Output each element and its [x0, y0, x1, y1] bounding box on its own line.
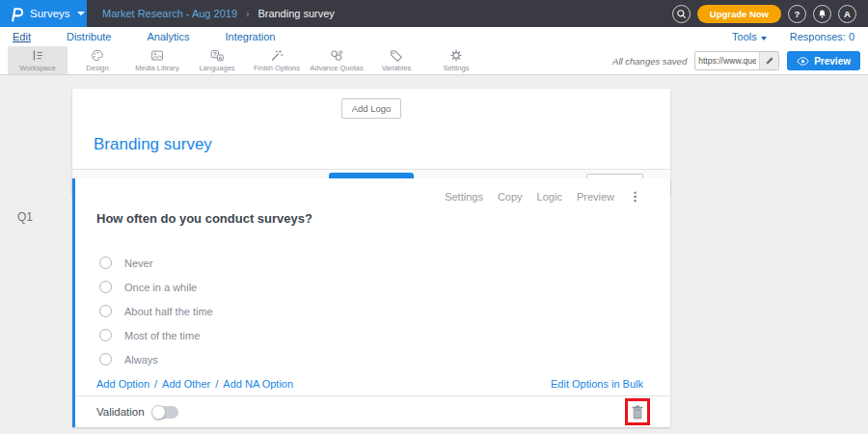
magic-wand-icon	[269, 48, 285, 63]
chain-links-icon	[329, 48, 344, 63]
validation-label: Validation	[96, 406, 145, 418]
survey-toolbar: Workspace Design Media Library Languages…	[0, 46, 868, 75]
toolbar-item-label: Workspace	[19, 64, 55, 72]
tab-integration[interactable]: Integration	[225, 31, 275, 42]
answer-option[interactable]: Never	[99, 251, 213, 275]
eye-icon	[797, 57, 809, 66]
add-other-link[interactable]: Add Other	[162, 378, 210, 390]
question-footer: Validation	[75, 395, 670, 427]
survey-title[interactable]: Branding survey	[94, 135, 670, 154]
radio-icon[interactable]	[99, 353, 112, 366]
link-separator: /	[215, 378, 218, 390]
kebab-menu-icon[interactable]: ⋮	[629, 192, 641, 202]
toolbar-item-label: Media Library	[135, 64, 178, 72]
tab-analytics[interactable]: Analytics	[147, 31, 189, 42]
toolbar-item-label: Finish Options	[254, 64, 300, 72]
toolbar-item-label: Languages	[199, 64, 234, 72]
radio-icon[interactable]	[99, 281, 112, 293]
toolbar-item-label: Advance Quotas	[310, 64, 363, 72]
validation-toggle[interactable]	[152, 406, 178, 419]
questionpro-logo-icon	[9, 6, 23, 22]
question-card: Settings Copy Logic Preview ⋮ How often …	[72, 178, 670, 427]
radio-icon[interactable]	[99, 305, 112, 317]
image-icon	[149, 48, 165, 63]
radio-icon[interactable]	[99, 329, 112, 341]
toolbar-item-label: Variables	[382, 64, 412, 72]
question-preview-link[interactable]: Preview	[577, 191, 614, 203]
add-option-link[interactable]: Add Option	[96, 378, 149, 390]
radio-icon[interactable]	[99, 257, 112, 269]
breadcrumb-separator: ›	[246, 9, 249, 19]
question-logic-link[interactable]: Logic	[537, 191, 562, 203]
upgrade-now-button[interactable]: Upgrade Now	[697, 5, 781, 23]
bell-icon	[817, 9, 827, 19]
tag-icon	[389, 48, 404, 63]
breadcrumb-current: Branding survey	[258, 8, 335, 19]
edit-url-button[interactable]	[759, 52, 778, 69]
answer-option[interactable]: Always	[99, 347, 213, 371]
question-text[interactable]: How often do you conduct surveys?	[96, 211, 312, 226]
gear-icon	[448, 48, 464, 63]
delete-question-button[interactable]	[632, 405, 643, 420]
pencil-icon	[765, 56, 774, 66]
toolbar-item-finish-options[interactable]: Finish Options	[247, 46, 307, 74]
question-action-menu: Settings Copy Logic Preview ⋮	[445, 191, 641, 203]
tools-menu[interactable]: Tools	[732, 31, 767, 42]
toolbar-right: All changes saved Preview	[612, 46, 860, 75]
avatar[interactable]: A	[838, 5, 856, 23]
link-separator: /	[154, 378, 157, 390]
question-settings-link[interactable]: Settings	[445, 191, 483, 203]
toolbar-item-workspace[interactable]: Workspace	[8, 46, 68, 74]
translate-icon	[209, 48, 225, 63]
survey-url-input[interactable]	[695, 56, 759, 66]
help-button[interactable]: ?	[788, 5, 806, 23]
toolbar-item-label: Settings	[443, 64, 469, 72]
topbar-actions: Upgrade Now ? A	[672, 0, 868, 27]
highlight-box	[625, 398, 650, 425]
answer-option[interactable]: Once in a while	[99, 275, 213, 299]
chevron-down-icon	[761, 37, 767, 41]
toolbar-item-label: Design	[86, 64, 108, 72]
tab-edit[interactable]: Edit	[13, 31, 31, 42]
toggle-knob	[151, 405, 166, 420]
top-bar: Surveys Market Research - Aug 2019 › Bra…	[0, 0, 868, 27]
breadcrumb-parent-link[interactable]: Market Research - Aug 2019	[102, 8, 237, 19]
toolbar-item-variables[interactable]: Variables	[366, 46, 426, 74]
question-number: Q1	[17, 210, 33, 224]
breadcrumb: Market Research - Aug 2019 › Branding su…	[102, 0, 335, 27]
notifications-button[interactable]	[813, 5, 831, 23]
save-status: All changes saved	[612, 56, 687, 67]
search-button[interactable]	[672, 5, 691, 23]
answer-option[interactable]: Most of the time	[99, 323, 213, 347]
responses-count[interactable]: Responses: 0	[790, 31, 854, 42]
nav-right: Tools Responses: 0	[732, 31, 868, 42]
add-na-option-link[interactable]: Add NA Option	[223, 378, 293, 390]
tab-distribute[interactable]: Distribute	[67, 31, 111, 42]
toolbar-item-advance-quotas[interactable]: Advance Quotas	[307, 46, 366, 74]
toolbar-item-settings[interactable]: Settings	[426, 46, 486, 74]
workspace-icon	[30, 48, 45, 63]
answer-options: Never Once in a while About half the tim…	[99, 251, 213, 371]
preview-button[interactable]: Preview	[787, 51, 860, 70]
chevron-down-icon	[77, 12, 85, 15]
option-links: Add Option / Add Other / Add NA Option	[96, 378, 293, 390]
section-nav: Edit Distribute Analytics Integration To…	[0, 27, 868, 46]
palette-icon	[90, 48, 105, 63]
trash-icon	[632, 405, 643, 420]
add-logo-button[interactable]: Add Logo	[341, 98, 402, 119]
edit-options-in-bulk-link[interactable]: Edit Options in Bulk	[551, 378, 643, 390]
question-copy-link[interactable]: Copy	[498, 191, 523, 203]
product-label: Surveys	[30, 8, 70, 19]
toolbar-item-design[interactable]: Design	[68, 46, 127, 74]
toolbar-item-media-library[interactable]: Media Library	[127, 46, 187, 74]
surveys-product-menu[interactable]: Surveys	[0, 0, 87, 27]
toolbar-item-languages[interactable]: Languages	[187, 46, 247, 74]
answer-option[interactable]: About half the time	[99, 299, 213, 323]
survey-url-field	[694, 51, 779, 70]
search-icon	[676, 9, 687, 19]
